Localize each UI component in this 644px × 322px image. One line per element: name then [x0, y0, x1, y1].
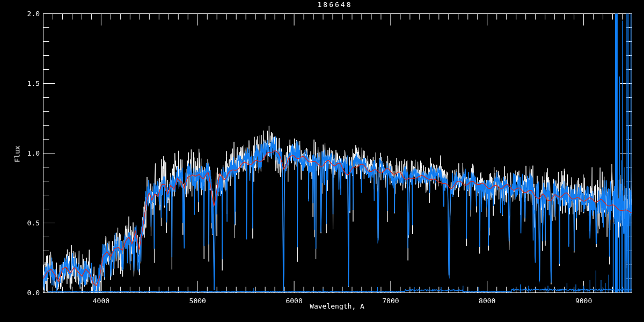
plot-title: 186648	[318, 1, 353, 9]
x-tick-label: 8000	[479, 297, 495, 305]
y-tick-label: 0.0	[0, 289, 40, 297]
x-tick-label: 7000	[382, 297, 399, 305]
x-axis-label: Wavelength, A	[310, 302, 364, 310]
y-tick-label: 2.0	[0, 10, 40, 18]
x-tick-label: 4000	[93, 297, 109, 305]
spectrum-chart-canvas	[0, 0, 644, 322]
spectrum-plot-window: 186648 Wavelength, A Flux 40005000600070…	[0, 0, 644, 322]
x-tick-label: 6000	[286, 297, 302, 305]
x-tick-label: 5000	[189, 297, 206, 305]
y-tick-label: 1.5	[0, 79, 40, 87]
y-tick-label: 0.5	[0, 219, 40, 227]
y-tick-label: 1.0	[0, 149, 40, 157]
x-tick-label: 9000	[575, 297, 592, 305]
